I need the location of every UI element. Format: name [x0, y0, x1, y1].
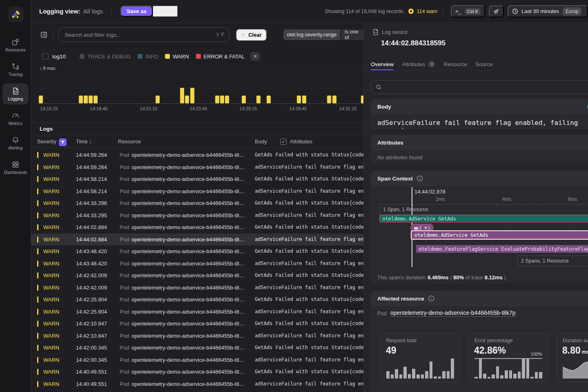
tab-attributes[interactable]: Attributes 0	[402, 58, 435, 70]
log-table-row[interactable]: WARN14:42:00.345Podopentelemetry-demo-ad…	[31, 354, 363, 366]
log-table-row[interactable]: WARN14:44:02.884Podopentelemetry-demo-ad…	[31, 221, 363, 234]
log-table-row[interactable]: WARN14:44:33.295Podopentelemetry-demo-ad…	[31, 209, 363, 222]
severity-marker	[37, 224, 38, 230]
attributes-checkbox[interactable]: ✓	[280, 138, 287, 145]
span-bar-root[interactable]: oteldemo.AdService GetAds	[379, 215, 588, 223]
spyglass-icon	[493, 8, 499, 14]
sidebar-item-tracing[interactable]: Tracing	[2, 59, 29, 80]
collapse-panel-icon[interactable]	[40, 31, 47, 38]
span-bar-featureflag[interactable]: oteldemo.FeatureFlagService EvaluateProb…	[416, 245, 588, 253]
log-table-row[interactable]: WARN14:42:00.345Podopentelemetry-demo-ad…	[31, 342, 363, 354]
body-cell: GetAds Failed with status Status{code	[255, 345, 363, 350]
tab-overview[interactable]: Overview	[371, 58, 394, 70]
tab-source[interactable]: Source	[475, 58, 493, 70]
log-table-row[interactable]: WARN14:44:58.214Podopentelemetry-demo-ad…	[31, 185, 363, 198]
histogram-bar[interactable]	[256, 96, 261, 103]
log-table-row[interactable]: WARN	[31, 390, 363, 392]
log-table-row[interactable]: WARN14:43:48.420Podopentelemetry-demo-ad…	[31, 258, 363, 270]
reset-button[interactable]: Reset	[153, 6, 178, 17]
log-table-row[interactable]: WARN14:42:42.009Podopentelemetry-demo-ad…	[31, 282, 363, 294]
info-icon[interactable]	[428, 295, 434, 302]
sidebar-item-resources[interactable]: Resources	[2, 34, 29, 56]
histogram-bar[interactable]	[327, 96, 331, 103]
log-table-row[interactable]: WARN14:44:59.264Podopentelemetry-demo-ad…	[31, 149, 363, 161]
tab-resource[interactable]: Resource	[443, 58, 467, 70]
resource-type-cell: Pod	[120, 236, 129, 243]
resource-type-cell: Pod	[120, 176, 129, 182]
legend-item-info[interactable]: INFO	[138, 53, 158, 60]
histogram-bar[interactable]	[242, 96, 246, 103]
histogram-bar[interactable]	[215, 96, 219, 103]
col-body[interactable]: Body	[255, 138, 267, 145]
legend-item-warn[interactable]: WARN	[165, 53, 189, 60]
col-time[interactable]: Time ↓	[76, 138, 92, 145]
histogram-bar[interactable]	[39, 96, 43, 103]
affected-resource-title: Affected resource	[377, 296, 424, 302]
severity-marker	[37, 296, 38, 303]
legend-item-trace-debug[interactable]: TRACE & DEBUG	[80, 53, 131, 60]
page-title: Logging view:	[39, 8, 80, 15]
histogram-bar[interactable]	[332, 96, 336, 103]
filter-chip-group[interactable]: otel.log.severity.range is one of	[283, 29, 363, 40]
legend-close-button[interactable]: ✕	[250, 52, 260, 61]
log-table-row[interactable]: WARN14:42:25.904Podopentelemetry-demo-ad…	[31, 294, 363, 306]
severity-filter-button[interactable]	[59, 138, 67, 146]
histogram-bar[interactable]	[267, 96, 271, 103]
log-table-row[interactable]: WARN14:40:49.551Podopentelemetry-demo-ad…	[31, 366, 363, 378]
mini-bar	[479, 359, 482, 379]
log-table-row[interactable]: WARN14:44:02.884Podopentelemetry-demo-ad…	[31, 234, 363, 246]
histogram-bar[interactable]	[94, 96, 98, 103]
histogram-bar[interactable]	[79, 96, 83, 103]
span-events-badge[interactable]: ◆◆ 3 ▼ 1	[410, 224, 434, 232]
sidebar-item-alerting[interactable]: Alerting	[2, 132, 29, 154]
histogram-bar[interactable]	[180, 88, 184, 104]
log-table-row[interactable]: WARN14:44:58.214Podopentelemetry-demo-ad…	[31, 173, 363, 185]
save-as-button[interactable]: Save as	[120, 6, 152, 17]
log-search: ⇧ F	[58, 27, 229, 42]
histogram-bar[interactable]	[89, 96, 93, 103]
span-group-before[interactable]: 1 Span, 1 Resource	[379, 204, 588, 215]
histogram-bar[interactable]	[156, 96, 160, 103]
histogram-bar[interactable]	[297, 96, 301, 103]
col-resource[interactable]: Resource	[118, 138, 141, 145]
log-table-row[interactable]: WARN14:42:25.904Podopentelemetry-demo-ad…	[31, 306, 363, 318]
span-bar-current[interactable]: oteldemo.AdService GetAds	[412, 231, 588, 239]
col-attributes[interactable]: Attributes	[290, 138, 312, 145]
filter-chip-operator[interactable]: is one of	[341, 29, 363, 40]
log-table-row[interactable]: WARN14:40:49.551Podopentelemetry-demo-ad…	[31, 378, 363, 390]
legend-item-error-fatal[interactable]: ERROR & FATAL	[196, 53, 245, 60]
log-table-row[interactable]: WARN14:42:42.009Podopentelemetry-demo-ad…	[31, 270, 363, 282]
detail-search-input[interactable]	[385, 84, 586, 91]
log-table-row[interactable]: WARN14:44:59.264Podopentelemetry-demo-ad…	[31, 161, 363, 174]
histogram-bar[interactable]	[225, 96, 229, 103]
info-icon[interactable]	[416, 175, 423, 182]
log-table-row[interactable]: WARN14:43:48.420Podopentelemetry-demo-ad…	[31, 245, 363, 258]
logging-icon	[11, 87, 20, 95]
search-input[interactable]	[64, 31, 216, 38]
span-group-after[interactable]: 2 Spans, 1 Resource	[517, 256, 588, 266]
sidebar-item-logging[interactable]: Logging	[2, 83, 29, 105]
histogram-bar[interactable]	[84, 96, 88, 103]
log-table-row[interactable]: WARN14:44:33.296Podopentelemetry-demo-ad…	[31, 197, 363, 209]
histogram-bar[interactable]	[220, 96, 224, 103]
span-name: oteldemo.FeatureFlagService EvaluateProb…	[419, 246, 588, 252]
body-cell: GetAds Failed with status Status{code	[255, 296, 363, 302]
log-table-row[interactable]: WARN14:42:10.847Podopentelemetry-demo-ad…	[31, 318, 363, 330]
announcements-button[interactable]	[489, 5, 504, 18]
histogram-bar[interactable]	[185, 96, 189, 103]
command-palette-button[interactable]: >_ Ctrl K	[451, 5, 485, 18]
app-logo[interactable]	[8, 7, 24, 22]
clear-filters-button[interactable]: ✕ Clear	[236, 29, 266, 41]
pod-link[interactable]: opentelemetry-demo-adservice-b4466455b-t…	[390, 310, 516, 317]
histogram-bar[interactable]	[190, 88, 194, 104]
histogram-bar[interactable]	[302, 96, 306, 103]
sidebar-item-dashboards[interactable]: Dashboards	[2, 157, 29, 178]
col-severity[interactable]: Severity	[37, 138, 56, 145]
sidebar-item-metrics[interactable]: Metrics	[2, 108, 29, 129]
span-context-header: Span Context	[371, 171, 588, 186]
series-checkbox[interactable]	[42, 53, 49, 60]
log-table-row[interactable]: WARN14:42:10.847Podopentelemetry-demo-ad…	[31, 330, 363, 342]
time-range-button[interactable]: Last 30 minutes Europ	[508, 5, 588, 18]
filter-chip-key[interactable]: otel.log.severity.range	[283, 29, 340, 40]
log-histogram: ↓ 8 max 14:16:1514:18:4514:21:1514:23:45…	[31, 65, 363, 114]
